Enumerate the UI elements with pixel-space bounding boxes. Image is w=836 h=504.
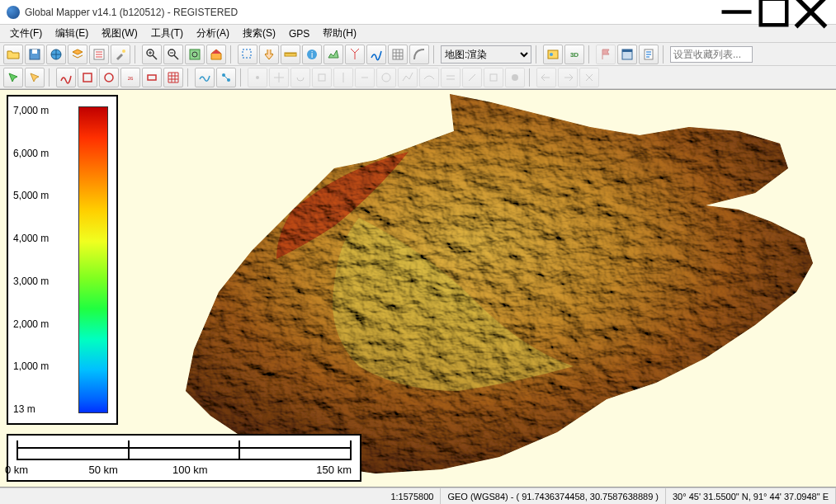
undo-icon (536, 68, 556, 87)
menubar: 文件(F) 编辑(E) 视图(W) 工具(T) 分析(A) 搜索(S) GPS … (0, 25, 836, 43)
layers-icon[interactable] (68, 45, 87, 64)
minimize-button[interactable] (718, 0, 755, 25)
open-icon[interactable] (3, 45, 23, 64)
scale-bar: 0 km 50 km 100 km 150 km (7, 434, 361, 482)
svg-rect-27 (319, 74, 325, 81)
digit-trace-icon[interactable] (195, 68, 215, 87)
edit-close-icon (484, 68, 503, 87)
catalog-icon[interactable] (543, 45, 563, 64)
pan-icon[interactable] (259, 45, 279, 64)
legend-tick: 7,000 m (13, 105, 49, 116)
menu-edit[interactable]: 编辑(E) (49, 25, 95, 42)
svg-point-21 (105, 73, 113, 82)
arc-icon[interactable] (409, 45, 429, 64)
svg-rect-8 (190, 49, 200, 59)
svg-rect-23 (148, 75, 156, 80)
digit-area-icon[interactable] (78, 68, 97, 87)
close-button[interactable] (792, 0, 829, 25)
statusbar: 1:1575800 GEO (WGS84) - ( 91.7436374458,… (0, 488, 836, 504)
legend-tick: 3,000 m (13, 276, 49, 287)
edit-join-icon (355, 68, 375, 87)
edit-move-icon (269, 68, 289, 87)
edit-fill-icon (505, 68, 525, 87)
maximize-button[interactable] (755, 0, 792, 25)
scalebar-label: 0 km (5, 464, 89, 476)
menu-file[interactable]: 文件(F) (3, 25, 49, 42)
svg-rect-0 (761, 0, 787, 25)
menu-search[interactable]: 搜索(S) (236, 25, 282, 42)
menu-gps[interactable]: GPS (282, 26, 316, 41)
edit-split-icon (333, 68, 353, 87)
edit-simplify-icon (398, 68, 418, 87)
digit-line-icon[interactable] (25, 68, 45, 87)
scalebar-label: 150 km (268, 464, 352, 476)
status-projection: GEO (WGS84) - ( 91.7436374458, 30.758763… (441, 488, 666, 504)
render-select[interactable]: 地图:渲染 (441, 45, 531, 64)
delete-icon (579, 68, 599, 87)
path-icon[interactable] (366, 45, 386, 64)
titlebar: Global Mapper v14.1 (b120512) - REGISTER… (0, 0, 836, 25)
digit-freehand-icon[interactable] (56, 68, 76, 87)
svg-point-5 (122, 49, 125, 53)
script-icon[interactable] (639, 45, 659, 64)
save-icon[interactable] (25, 45, 45, 64)
legend-tick: 2,000 m (13, 318, 49, 330)
scalebar-label: 50 km (89, 464, 173, 476)
status-scale: 1:1575800 (384, 488, 441, 504)
svg-point-16 (550, 53, 553, 56)
app-icon (7, 6, 20, 19)
antenna-icon[interactable] (345, 45, 365, 64)
tools-icon[interactable] (111, 45, 130, 64)
select-icon[interactable] (238, 45, 257, 64)
window-title: Global Mapper v14.1 (b120512) - REGISTER… (25, 7, 718, 18)
svg-text:26: 26 (128, 76, 134, 81)
info-icon[interactable]: i (302, 45, 322, 64)
menu-help[interactable]: 帮助(H) (316, 25, 363, 42)
legend-tick: 13 m (13, 403, 49, 415)
svg-rect-10 (243, 49, 251, 58)
edit-buffer-icon (376, 68, 396, 87)
status-coords: 30° 45' 31.5500" N, 91° 44' 37.0948" E (666, 488, 836, 504)
svg-text:3D: 3D (570, 51, 579, 59)
digit-circle-icon[interactable] (99, 68, 119, 87)
measure-icon[interactable] (281, 45, 300, 64)
edit-offset-icon (441, 68, 461, 87)
globe-icon[interactable] (46, 45, 66, 64)
legend-tick: 1,000 m (13, 360, 49, 372)
profile-icon[interactable] (324, 45, 343, 64)
legend-ticks: 7,000 m 6,000 m 5,000 m 4,000 m 3,000 m … (13, 105, 49, 415)
menu-tools[interactable]: 工具(T) (144, 25, 190, 42)
digit-mesh-icon[interactable] (163, 68, 183, 87)
digit-point-icon[interactable] (3, 68, 23, 87)
window-controls (718, 0, 829, 25)
flag-icon (596, 45, 616, 64)
zoom-in-icon[interactable] (142, 45, 162, 64)
elevation-legend: 7,000 m 6,000 m 5,000 m 4,000 m 3,000 m … (7, 95, 118, 425)
legend-gradient (78, 106, 108, 413)
digit-snap-icon[interactable] (216, 68, 236, 87)
map-viewport[interactable]: 7,000 m 6,000 m 5,000 m 4,000 m 3,000 m … (0, 89, 836, 488)
svg-point-28 (382, 73, 390, 82)
window-icon[interactable] (617, 45, 637, 64)
grid-icon[interactable] (388, 45, 408, 64)
digit-cogo-icon[interactable]: 26 (120, 68, 140, 87)
svg-rect-19 (622, 49, 632, 52)
terrain-layer (128, 89, 821, 488)
zoom-extent-icon[interactable] (185, 45, 205, 64)
zoom-out-icon[interactable] (163, 45, 183, 64)
svg-rect-2 (32, 49, 37, 54)
home-icon[interactable] (206, 45, 226, 64)
toolbar-digitizer: 26 (0, 66, 836, 89)
menu-analysis[interactable]: 分析(A) (190, 25, 236, 42)
redo-icon (558, 68, 578, 87)
favorites-input[interactable] (670, 46, 753, 63)
view3d-icon[interactable]: 3D (564, 45, 584, 64)
config-icon[interactable] (89, 45, 109, 64)
edit-scale-icon (312, 68, 332, 87)
legend-tick: 4,000 m (13, 233, 49, 244)
digit-rect-icon[interactable] (142, 68, 162, 87)
svg-point-30 (512, 74, 518, 81)
legend-tick: 5,000 m (13, 190, 49, 201)
edit-vertex-icon (248, 68, 267, 87)
menu-view[interactable]: 视图(W) (95, 25, 144, 42)
